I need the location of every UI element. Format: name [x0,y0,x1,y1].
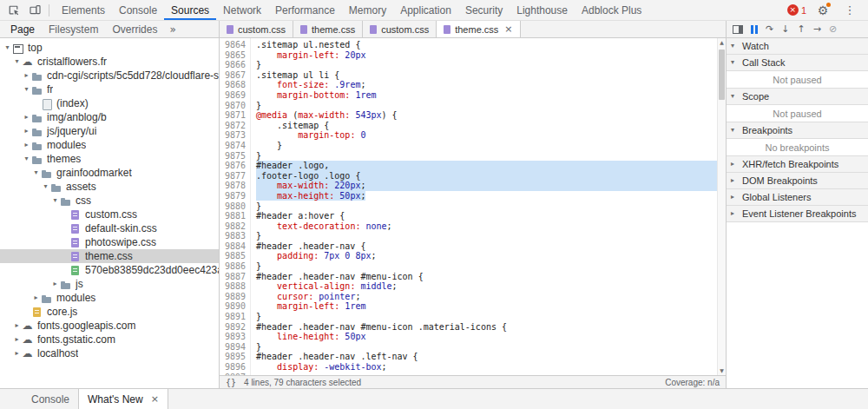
line-number[interactable]: 9893 [220,332,246,342]
code-line-9866[interactable]: } [256,60,717,70]
tree-item-570eb83859dc23dd0eec423a49e147f[interactable]: 570eb83859dc23dd0eec423a49e147f [0,263,219,277]
code-line-9873[interactable]: margin-top: 0 [256,130,717,141]
section-header-scope[interactable]: ▾Scope [727,89,868,105]
code-line-9895[interactable]: #header .header-nav .left-nav { [256,352,717,362]
code-line-9864[interactable]: .sitemap ul.nested { [256,40,717,50]
device-toolbar-icon[interactable] [24,1,45,20]
line-number[interactable]: 9865 [220,50,246,61]
collapsed-arrow-icon[interactable]: ▸ [22,128,31,135]
error-badge[interactable]: × 1 [787,4,806,16]
pause-icon[interactable] [751,25,758,34]
code-line-9888[interactable]: vertical-align: middle; [256,281,717,292]
file-tab-custom-css-2[interactable]: custom.css [363,21,437,37]
pretty-print-icon[interactable]: {} [226,378,236,387]
tree-item-modules[interactable]: ▸modules [0,291,219,305]
navigator-tab-overrides[interactable]: Overrides [105,21,164,37]
collapsed-arrow-icon[interactable]: ▸ [31,294,41,301]
step-out-icon[interactable]: ↑ [797,24,805,34]
collapsed-arrow-icon[interactable]: ▸ [12,322,22,329]
line-number[interactable]: 9867 [220,70,246,81]
code-line-9872[interactable]: .sitemap { [256,121,717,131]
section-header-global-listeners[interactable]: ▸Global Listeners [727,189,868,206]
line-number[interactable]: 9874 [220,141,246,151]
line-number[interactable]: 9882 [220,221,246,232]
step-into-icon[interactable]: ↓ [781,24,789,34]
section-header-xhr-fetch-breakpoints[interactable]: ▸XHR/fetch Breakpoints [727,156,868,173]
tab-performance[interactable]: Performance [268,0,342,20]
tree-item-core-js[interactable]: core.js [0,305,219,319]
line-number[interactable]: 9870 [220,101,246,111]
tree-item-custom-css[interactable]: custom.css [0,208,219,221]
line-number[interactable]: 9872 [220,121,246,131]
toggle-sidebar-icon[interactable] [733,25,743,34]
line-number[interactable]: 9889 [220,292,246,302]
line-number[interactable]: 9892 [220,322,246,333]
code-line-9879[interactable]: max-height: 50px; [256,191,717,201]
line-number[interactable]: 9880 [220,201,246,212]
line-number[interactable]: 9886 [220,261,246,272]
line-number[interactable]: 9891 [220,312,246,322]
code-line-9885[interactable]: padding: 7px 0 8px; [256,251,717,261]
navigator-tab-page[interactable]: Page [3,21,42,37]
file-tab-theme-css-3[interactable]: theme.css× [437,21,520,37]
line-number[interactable]: 9883 [220,231,246,241]
tree-item-fonts-gstatic-com[interactable]: ▸☁fonts.gstatic.com [0,333,219,346]
drawer-tab-console[interactable]: Console [23,389,78,409]
code-line-9896[interactable]: display: -webkit-box; [256,362,717,373]
step-icon[interactable]: → [813,24,821,34]
tree-item-cdn-cgi-scripts-5c5dd728-cloudflare-static[interactable]: ▸cdn-cgi/scripts/5c5dd728/cloudflare-sta… [0,69,219,82]
line-number[interactable]: 9866 [220,60,246,70]
tree-item-index[interactable]: (index) [0,96,219,110]
line-number[interactable]: 9864 [220,40,246,50]
more-options-kebab-icon[interactable]: ⋮ [839,1,860,20]
tab-console[interactable]: Console [112,0,164,20]
tree-item-default-skin-css[interactable]: default-skin.css [0,221,219,235]
inspect-element-icon[interactable] [3,1,23,20]
tree-item-js-jquery-ui[interactable]: ▸js/jquery/ui [0,124,219,138]
scrollbar-thumb[interactable] [719,49,725,100]
collapsed-arrow-icon[interactable]: ▸ [12,350,22,357]
code-content[interactable]: .sitemap ul.nested { margin-left: 20px}.… [251,38,717,375]
expanded-arrow-icon[interactable]: ▾ [41,183,50,190]
code-line-9877[interactable]: .footer-logo .logo { [256,171,717,181]
code-line-9865[interactable]: margin-left: 20px [256,50,717,61]
line-number[interactable]: 9885 [220,251,246,261]
line-number[interactable]: 9895 [220,352,246,362]
expanded-arrow-icon[interactable]: ▾ [12,58,22,65]
code-line-9878[interactable]: max-width: 220px; [256,181,717,191]
step-over-icon[interactable]: ↷ [766,24,773,34]
line-number[interactable]: 9881 [220,211,246,221]
section-header-watch[interactable]: ▾Watch [727,38,868,55]
collapsed-arrow-icon[interactable]: ▸ [22,142,31,148]
code-line-9875[interactable]: } [256,151,717,162]
tree-item-photoswipe-css[interactable]: photoswipe.css [0,235,219,249]
code-line-9874[interactable]: } [256,141,717,151]
code-line-9883[interactable]: } [256,231,717,241]
code-line-9881[interactable]: #header a:hover { [256,211,717,221]
line-number[interactable]: 9868 [220,80,246,90]
code-line-9887[interactable]: #header .header-nav #menu-icon { [256,272,717,282]
line-number[interactable]: 9876 [220,161,246,171]
navigator-tab-filesystem[interactable]: Filesystem [42,21,105,37]
scroll-down-arrow-icon[interactable]: ▼ [718,366,726,375]
scroll-up-arrow-icon[interactable]: ▲ [718,38,726,47]
section-header-dom-breakpoints[interactable]: ▸DOM Breakpoints [727,173,868,189]
close-tab-icon[interactable]: × [151,394,159,404]
code-line-9871[interactable]: @media (max-width: 543px) { [256,110,717,121]
code-line-9894[interactable]: } [256,342,717,353]
tree-item-assets[interactable]: ▾assets [0,180,219,194]
code-line-9892[interactable]: #header .header-nav #menu-icon .material… [256,322,717,333]
code-line-9880[interactable]: } [256,201,717,212]
tab-adblock-plus[interactable]: Adblock Plus [575,0,648,20]
collapsed-arrow-icon[interactable]: ▸ [50,280,60,287]
tree-item-localhost[interactable]: ▸☁localhost [0,346,219,360]
tree-item-js[interactable]: ▸js [0,277,219,291]
tree-item-theme-css[interactable]: theme.css [0,249,219,263]
tab-memory[interactable]: Memory [342,0,393,20]
section-header-breakpoints[interactable]: ▾Breakpoints [727,122,868,139]
tab-sources[interactable]: Sources [164,0,216,20]
collapsed-arrow-icon[interactable]: ▸ [22,114,31,121]
tree-item-themes[interactable]: ▾themes [0,152,219,166]
code-line-9882[interactable]: text-decoration: none; [256,221,717,232]
tree-item-css[interactable]: ▾css [0,194,219,208]
